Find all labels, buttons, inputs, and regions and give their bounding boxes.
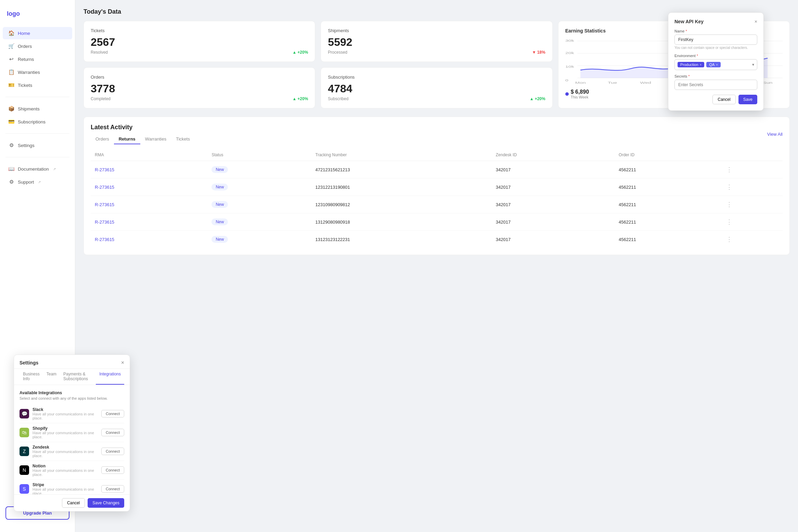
name-form-group: Name * You can not contain space or spec… (674, 29, 757, 50)
subscriptions-sub: Subscribed ▲ +20% (328, 96, 545, 101)
sidebar-item-orders[interactable]: 🛒 Orders (3, 40, 72, 52)
settings-tab-payments---subscriptions[interactable]: Payments & Subscriptions (60, 369, 96, 385)
row-more-icon[interactable]: ⋮ (726, 166, 732, 173)
tickets-badge: ▲ +20% (292, 50, 308, 55)
subs-up-icon: ▲ (530, 96, 534, 101)
chart-period: This Week (571, 95, 589, 99)
sidebar-item-returns[interactable]: ↩ Returns (3, 53, 72, 65)
latest-activity-section: Latest Activity OrdersReturnsWarrantiesT… (83, 117, 790, 255)
sidebar-item-subscriptions[interactable]: 💳 Subscriptions (3, 116, 72, 128)
tickets-value: 2567 (91, 36, 308, 49)
status-badge: New (211, 201, 228, 208)
modal-save-button[interactable]: Save (738, 95, 757, 104)
tickets-sub: Resolved ▲ +20% (91, 50, 308, 55)
sidebar-item-home[interactable]: 🏠 Home (3, 27, 72, 39)
shopify-desc: Have all your communications in one plac… (33, 431, 98, 439)
sidebar-item-settings[interactable]: ⚙ Settings (3, 139, 72, 151)
env-required: * (697, 54, 698, 58)
environment-chevron-icon[interactable]: ▾ (752, 62, 754, 67)
settings-tab-integrations[interactable]: Integrations (96, 369, 124, 385)
sidebar-label-documentation: Documentation (18, 167, 49, 172)
svg-text:20k: 20k (565, 51, 574, 55)
sidebar-item-shipments[interactable]: 📦 Shipments (3, 103, 72, 115)
env-tag-qa[interactable]: QA × (706, 62, 721, 67)
subscriptions-value: 4784 (328, 82, 545, 95)
rma-link[interactable]: R-273615 (95, 202, 114, 207)
tracking-cell: 47212315621213 (311, 161, 492, 178)
rma-link[interactable]: R-273615 (95, 185, 114, 190)
col-header-tracking-number: Tracking Number (311, 149, 492, 161)
shipments-badge: ▼ 18% (532, 50, 545, 55)
sidebar-label-tickets: Tickets (18, 83, 32, 88)
activity-tab-warranties[interactable]: Warranties (140, 134, 171, 144)
row-more-icon[interactable]: ⋮ (726, 218, 732, 225)
svg-text:Sun: Sun (763, 81, 772, 84)
secrets-required: * (688, 74, 690, 78)
orders-value: 3778 (91, 82, 308, 95)
slack-connect-button[interactable]: Connect (101, 410, 124, 417)
rma-link[interactable]: R-273615 (95, 237, 114, 242)
table-row: R-273615 New 12312213190801 342017 45622… (91, 178, 783, 196)
production-tag-close[interactable]: × (700, 63, 702, 67)
table-row: R-273615 New 13129080980918 342017 45622… (91, 213, 783, 231)
status-badge: New (211, 184, 228, 190)
environment-form-group: Environment * Production × QA × ▾ (674, 54, 757, 70)
modal-close-button[interactable]: × (755, 19, 757, 24)
activity-tab-returns[interactable]: Returns (114, 134, 140, 144)
stripe-icon: S (20, 484, 29, 494)
tickets-resolved: Resolved (91, 50, 108, 55)
activity-header: Latest Activity OrdersReturnsWarrantiesT… (91, 124, 783, 144)
sidebar-item-tickets[interactable]: 🎫 Tickets (3, 79, 72, 91)
actions-cell: ⋮ (722, 196, 783, 213)
settings-save-button[interactable]: Save Changes (88, 498, 124, 508)
row-more-icon[interactable]: ⋮ (726, 201, 732, 208)
zendesk-cell: 342017 (492, 196, 615, 213)
shopify-info: Shopify Have all your communications in … (33, 426, 98, 439)
shopify-name: Shopify (33, 426, 98, 431)
stripe-connect-button[interactable]: Connect (101, 485, 124, 493)
col-header-rma: RMA (91, 149, 207, 161)
chart-dot (565, 92, 569, 96)
subscriptions-subscribed: Subscribed (328, 96, 348, 101)
name-input[interactable] (674, 35, 757, 45)
modal-header: New API Key × (674, 19, 757, 24)
env-tag-production[interactable]: Production × (678, 62, 704, 67)
secrets-form-group: Secrets * (674, 74, 757, 90)
sidebar-item-warranties[interactable]: 📋 Warranties (3, 66, 72, 78)
environment-tags[interactable]: Production × QA × ▾ (674, 59, 757, 70)
settings-tab-business-info[interactable]: Business Info (20, 369, 43, 385)
sidebar-item-documentation[interactable]: 📖 Documentation ↗ (3, 163, 72, 175)
zendesk-cell: 342017 (492, 231, 615, 248)
secrets-input[interactable] (674, 80, 757, 90)
settings-panel-body: Available Integrations Select and connec… (14, 385, 130, 494)
activity-tab-orders[interactable]: Orders (91, 134, 114, 144)
notion-connect-button[interactable]: Connect (101, 466, 124, 474)
settings-panel-close-button[interactable]: × (121, 360, 124, 366)
modal-cancel-button[interactable]: Cancel (712, 95, 735, 104)
home-icon: 🏠 (8, 30, 14, 36)
returns-icon: ↩ (8, 56, 14, 62)
view-all-link[interactable]: View All (767, 132, 783, 137)
zendesk-connect-button[interactable]: Connect (101, 448, 124, 455)
table-row: R-273615 New 47212315621213 342017 45622… (91, 161, 783, 178)
svg-text:30k: 30k (565, 39, 574, 42)
row-more-icon[interactable]: ⋮ (726, 236, 732, 243)
qa-tag-close[interactable]: × (716, 63, 718, 67)
orders-icon: 🛒 (8, 43, 14, 49)
notion-desc: Have all your communications in one plac… (33, 468, 98, 477)
shopify-connect-button[interactable]: Connect (101, 429, 124, 436)
sidebar-item-support[interactable]: ⚙ Support ↗ (3, 176, 72, 188)
settings-cancel-button[interactable]: Cancel (62, 498, 85, 508)
activity-tab-tickets[interactable]: Tickets (171, 134, 195, 144)
rma-link[interactable]: R-273615 (95, 167, 114, 172)
settings-tab-team[interactable]: Team (43, 369, 60, 385)
notion-name: Notion (33, 464, 98, 468)
rma-link[interactable]: R-273615 (95, 220, 114, 225)
down-arrow-icon: ▼ (532, 50, 536, 55)
row-more-icon[interactable]: ⋮ (726, 184, 732, 190)
rma-cell: R-273615 (91, 213, 207, 231)
settings-icon: ⚙ (8, 142, 14, 148)
settings-panel-footer: Cancel Save Changes (14, 494, 130, 511)
documentation-icon: 📖 (8, 166, 14, 172)
tracking-cell: 12310980909812 (311, 196, 492, 213)
